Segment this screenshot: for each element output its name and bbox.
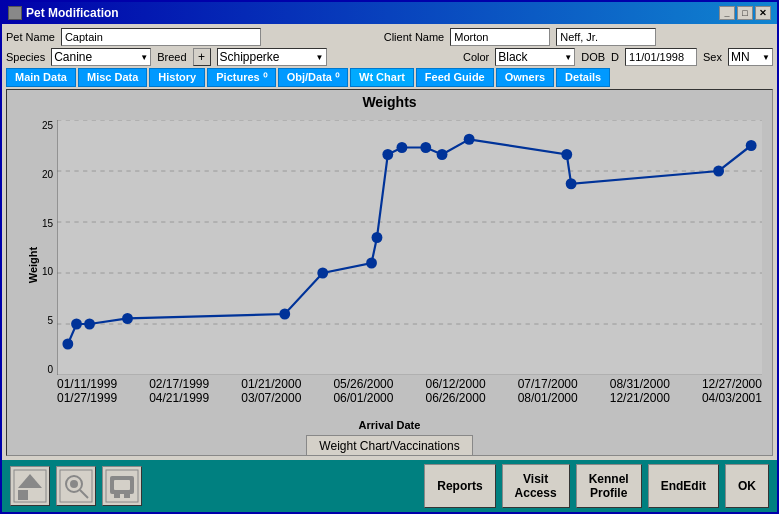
svg-point-23 (713, 165, 724, 176)
svg-point-10 (84, 318, 95, 329)
tab-feed-guide[interactable]: Feed Guide (416, 68, 494, 87)
x-label-group-3: 01/21/2000 03/07/2000 (241, 377, 301, 405)
x-axis-label: Arrival Date (7, 417, 772, 431)
x-label-group-8: 12/27/2000 04/03/2001 (702, 377, 762, 405)
pet-name-value[interactable]: Captain (61, 28, 261, 46)
client-name-label: Client Name (384, 31, 445, 43)
tool-icon-1[interactable] (10, 466, 50, 506)
svg-point-19 (437, 149, 448, 160)
svg-point-13 (317, 267, 328, 278)
client-last-value[interactable]: Neff, Jr. (556, 28, 656, 46)
x-label-group-6: 07/17/2000 08/01/2000 (518, 377, 578, 405)
chart-area: Weights Weight 25 20 15 10 5 0 (6, 89, 773, 456)
title-bar-buttons: _ □ ✕ (719, 6, 771, 20)
breed-label: Breed (157, 51, 186, 63)
reports-button[interactable]: Reports (424, 464, 495, 508)
svg-point-9 (71, 318, 82, 329)
bottom-label-container: Weight Chart/Vaccinations (7, 431, 772, 456)
x-label-group-7: 08/31/2000 12/21/2000 (610, 377, 670, 405)
pet-info-row1: Pet Name Captain Client Name Morton Neff… (6, 28, 773, 46)
dob-d-label: D (611, 51, 619, 63)
y-label-10: 10 (42, 266, 53, 277)
breed-dropdown[interactable]: Schipperke ▼ (217, 48, 327, 66)
app-icon (8, 6, 22, 20)
tab-pictures[interactable]: Pictures ⁰ (207, 68, 275, 87)
close-button[interactable]: ✕ (755, 6, 771, 20)
y-label-25: 25 (42, 120, 53, 131)
svg-point-16 (382, 149, 393, 160)
svg-rect-34 (114, 480, 130, 490)
dob-label: DOB (581, 51, 605, 63)
weight-chart-svg (57, 120, 762, 375)
svg-point-22 (566, 178, 577, 189)
x-label-group-1: 01/11/1999 01/27/1999 (57, 377, 117, 405)
title-bar-text: Pet Modification (8, 6, 119, 20)
species-dropdown[interactable]: Canine ▼ (51, 48, 151, 66)
main-window: Pet Modification _ □ ✕ Pet Name Captain … (0, 0, 779, 514)
maximize-button[interactable]: □ (737, 6, 753, 20)
x-label-group-2: 02/17/1999 04/21/1999 (149, 377, 209, 405)
y-label-5: 5 (47, 315, 53, 326)
title-bar: Pet Modification _ □ ✕ (2, 2, 777, 24)
y-label-20: 20 (42, 169, 53, 180)
svg-point-14 (366, 257, 377, 268)
svg-point-12 (279, 308, 290, 319)
y-label-0: 0 (47, 364, 53, 375)
svg-point-15 (372, 232, 383, 243)
svg-rect-35 (114, 494, 120, 498)
tab-misc-data[interactable]: Misc Data (78, 68, 147, 87)
visit-access-button[interactable]: VisitAccess (502, 464, 570, 508)
tab-details[interactable]: Details (556, 68, 610, 87)
tab-owners[interactable]: Owners (496, 68, 554, 87)
toolbar: Reports VisitAccess KennelProfile EndEdi… (2, 460, 777, 512)
pet-info-row2: Species Canine ▼ Breed + Schipperke ▼ Co… (6, 48, 773, 66)
tab-main-data[interactable]: Main Data (6, 68, 76, 87)
x-label-group-4: 05/26/2000 06/01/2000 (333, 377, 393, 405)
tool-icon-3[interactable] (102, 466, 142, 506)
end-edit-button[interactable]: EndEdit (648, 464, 719, 508)
tab-wt-chart[interactable]: Wt Chart (350, 68, 414, 87)
svg-rect-36 (124, 494, 130, 498)
client-first-value[interactable]: Morton (450, 28, 550, 46)
y-label-15: 15 (42, 218, 53, 229)
svg-point-24 (746, 140, 757, 151)
svg-point-20 (464, 134, 475, 145)
dob-value[interactable]: 11/01/1998 (625, 48, 697, 66)
chart-title: Weights (7, 90, 772, 112)
sex-dropdown[interactable]: MN ▼ (728, 48, 773, 66)
color-dropdown[interactable]: Black ▼ (495, 48, 575, 66)
tab-history[interactable]: History (149, 68, 205, 87)
svg-rect-26 (18, 490, 28, 500)
pet-name-label: Pet Name (6, 31, 55, 43)
main-content: Pet Name Captain Client Name Morton Neff… (2, 24, 777, 460)
tool-icon-2[interactable] (56, 466, 96, 506)
x-label-group-5: 06/12/2000 06/26/2000 (426, 377, 486, 405)
svg-rect-0 (57, 120, 762, 375)
tab-bar: Main Data Misc Data History Pictures ⁰ O… (6, 68, 773, 87)
svg-point-18 (420, 142, 431, 153)
species-label: Species (6, 51, 45, 63)
kennel-profile-button[interactable]: KennelProfile (576, 464, 642, 508)
svg-point-11 (122, 313, 133, 324)
bottom-label-box: Weight Chart/Vaccinations (306, 435, 472, 456)
color-label: Color (463, 51, 489, 63)
svg-point-21 (561, 149, 572, 160)
sex-label: Sex (703, 51, 722, 63)
svg-point-8 (62, 338, 73, 349)
minimize-button[interactable]: _ (719, 6, 735, 20)
ok-button[interactable]: OK (725, 464, 769, 508)
svg-point-17 (396, 142, 407, 153)
breed-plus-button[interactable]: + (193, 48, 211, 66)
svg-point-31 (70, 480, 78, 488)
tab-obj-data[interactable]: Obj/Data ⁰ (278, 68, 348, 87)
